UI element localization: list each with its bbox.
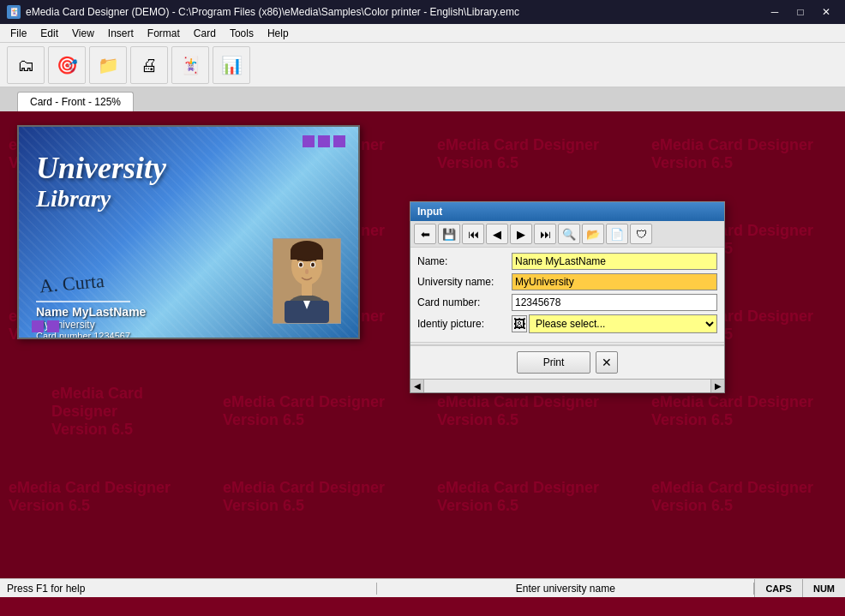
dialog-footer: Print ✕ [411, 345, 724, 379]
menu-help[interactable]: Help [261, 24, 296, 42]
deco-square-1 [303, 135, 315, 147]
svg-rect-4 [291, 251, 323, 260]
dialog-btn-new[interactable]: 📄 [606, 224, 628, 244]
toolbar-folder-button[interactable]: 📁 [89, 46, 127, 84]
status-help: Press F1 for help [0, 583, 376, 595]
menu-edit[interactable]: Edit [33, 24, 65, 42]
card-signature-text: A. Curta [35, 264, 132, 301]
card-subtitle-text: Library [36, 185, 111, 212]
picture-select[interactable]: Please select... [529, 314, 717, 333]
card-signature-area: A. Curta [36, 268, 130, 302]
picture-icon: 🖼 [512, 315, 527, 332]
toolbar-open-button[interactable]: 🗂 [7, 46, 45, 84]
dialog-btn-last[interactable]: ⏭ [534, 224, 556, 244]
input-dialog: Input ⬅ 💾 ⏮ ◀ ▶ ⏭ 🔍 📂 📄 🛡 Name: Universi… [410, 201, 725, 393]
num-indicator: NUM [802, 579, 845, 597]
dialog-form: Name: University name: Card number: Iden… [411, 248, 724, 342]
dialog-title-bar: Input [411, 202, 724, 221]
deco-bottom-sq-2 [47, 320, 59, 332]
dialog-btn-prev[interactable]: ◀ [486, 224, 508, 244]
scroll-track [424, 380, 710, 392]
picture-label: Identiy picture: [417, 318, 512, 330]
toolbar: 🗂 🎯 📁 🖨 🃏 📊 [0, 43, 845, 87]
scroll-right-btn[interactable]: ▶ [710, 380, 724, 392]
dialog-cancel-button[interactable]: ✕ [596, 351, 618, 374]
dialog-title-text: Input [417, 206, 442, 218]
toolbar-card-button[interactable]: 🃏 [171, 46, 209, 84]
app-icon: 🃏 [7, 5, 21, 19]
dialog-btn-open[interactable]: 📂 [582, 224, 604, 244]
dialog-btn-first[interactable]: ⏮ [462, 224, 484, 244]
menu-insert[interactable]: Insert [101, 24, 141, 42]
toolbar-print-button[interactable]: 🖨 [130, 46, 168, 84]
window-title: eMedia Card Designer (DEMO) - C:\Program… [26, 6, 519, 18]
status-indicators: CAPS NUM [754, 579, 845, 597]
caps-indicator: CAPS [754, 579, 802, 597]
card-subtitle: Library [36, 185, 111, 212]
title-bar: 🃏 eMedia Card Designer (DEMO) - C:\Progr… [0, 0, 845, 24]
card-tab[interactable]: Card - Front - 125% [17, 92, 134, 111]
cardnumber-label: Card number: [417, 296, 512, 308]
watermark-cell: eMedia Card DesignerVersion 6.5 [0, 454, 214, 540]
watermark-cell: eMedia Card DesignerVersion 6.5 [214, 454, 428, 540]
card-decoration-bottom [32, 320, 59, 332]
watermark-cell: eMedia Card DesignerVersion 6.5 [643, 111, 845, 197]
deco-square-3 [333, 135, 345, 147]
barcode-icon: 📊 [221, 57, 243, 74]
card-photo [273, 238, 341, 324]
card-canvas[interactable]: University Library [17, 125, 360, 339]
card-name: Name MyLastName [36, 305, 146, 319]
status-bar: Press F1 for help Enter university name … [0, 578, 845, 597]
menu-tools[interactable]: Tools [223, 24, 261, 42]
form-row-name: Name: [417, 253, 717, 270]
watermark-cell: eMedia Card DesignerVersion 6.5 [428, 111, 643, 197]
university-input[interactable] [512, 273, 717, 290]
card-title: University [36, 153, 166, 183]
watermark-cell: eMedia Card DesignerVersion 6.5 [643, 454, 845, 540]
form-row-picture: Identiy picture: 🖼 Please select... [417, 314, 717, 333]
menu-card[interactable]: Card [187, 24, 223, 42]
folder-icon: 📁 [98, 57, 119, 74]
dialog-btn-next[interactable]: ▶ [510, 224, 532, 244]
card-icon: 🃏 [180, 57, 201, 74]
name-label: Name: [417, 255, 512, 267]
dialog-toolbar: ⬅ 💾 ⏮ ◀ ▶ ⏭ 🔍 📂 📄 🛡 [411, 221, 724, 248]
watermark-cell: eMedia Card DesignerVersion 6.5 [0, 368, 214, 454]
watermark-cell: eMedia Card DesignerVersion 6.5 [428, 454, 643, 540]
toolbar-barcode-button[interactable]: 📊 [213, 46, 250, 84]
menu-view[interactable]: View [65, 24, 101, 42]
card-decoration-top [303, 135, 345, 147]
menu-file[interactable]: File [3, 24, 33, 42]
svg-rect-8 [302, 284, 312, 296]
print-icon: 🖨 [141, 57, 158, 74]
dialog-btn-search[interactable]: 🔍 [558, 224, 580, 244]
minimize-button[interactable]: ─ [763, 3, 787, 21]
main-area: eMedia Card DesignerVersion 6.5 eMedia C… [0, 111, 845, 597]
dialog-btn-back[interactable]: ⬅ [414, 224, 436, 244]
status-hint: Enter university name [376, 583, 754, 595]
menu-bar: File Edit View Insert Format Card Tools … [0, 24, 845, 43]
maximize-button[interactable]: □ [788, 3, 812, 21]
svg-point-12 [311, 263, 315, 267]
target-icon: 🎯 [57, 57, 78, 74]
toolbar-target-button[interactable]: 🎯 [48, 46, 86, 84]
deco-bottom-sq-1 [32, 320, 44, 332]
dialog-hscrollbar: ◀ ▶ [411, 379, 724, 392]
dialog-btn-save[interactable]: 💾 [438, 224, 460, 244]
person-svg [273, 239, 340, 323]
close-button[interactable]: ✕ [814, 3, 838, 21]
menu-format[interactable]: Format [141, 24, 187, 42]
form-row-cardnumber: Card number: [417, 294, 717, 311]
deco-square-2 [318, 135, 330, 147]
name-input[interactable] [512, 253, 717, 270]
form-row-university: University name: [417, 273, 717, 290]
open-icon: 🗂 [17, 57, 34, 74]
window-controls: ─ □ ✕ [763, 3, 838, 21]
scroll-left-btn[interactable]: ◀ [411, 380, 424, 392]
print-button[interactable]: Print [517, 351, 591, 374]
dialog-btn-shield[interactable]: 🛡 [630, 224, 652, 244]
card-title-line1: University [36, 153, 166, 183]
watermark-cell: eMedia Card DesignerVersion 6.5 [214, 368, 428, 454]
svg-point-11 [299, 263, 303, 267]
cardnumber-input[interactable] [512, 294, 717, 311]
